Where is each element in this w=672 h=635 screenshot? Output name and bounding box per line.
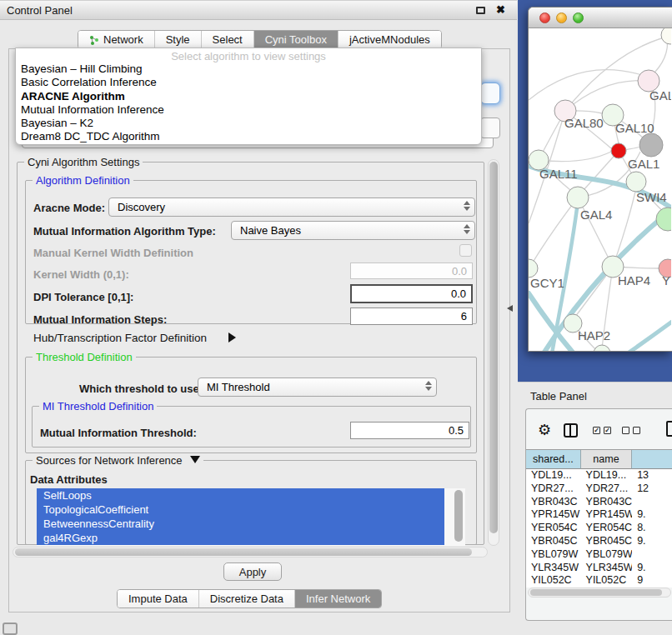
minimize-traffic-light-icon[interactable] [556, 12, 567, 23]
cyni-bottom-tabstrip: Impute DataDiscretize DataInfer Network [117, 589, 382, 608]
network-window-titlebar[interactable] [529, 8, 672, 28]
table-combo-fragment[interactable] [480, 118, 500, 138]
node-top[interactable] [661, 28, 671, 44]
bottom-tab-impute-data[interactable]: Impute Data [118, 590, 198, 608]
table-cell: YBL079W [526, 548, 581, 562]
tab-select[interactable]: Select [201, 31, 253, 48]
which-threshold-value: MI Threshold [207, 381, 270, 393]
apply-button[interactable]: Apply [223, 562, 282, 581]
column-header[interactable]: shared... [526, 450, 581, 469]
node-label: GAL11 [539, 167, 578, 181]
columns-icon[interactable] [564, 423, 578, 438]
settings-horizontal-scrollbar[interactable] [13, 547, 488, 558]
tab-network[interactable]: Network [78, 31, 154, 48]
bottom-tab-discretize-data[interactable]: Discretize Data [198, 590, 294, 608]
algorithm-option[interactable]: ARACNE Algorithm [16, 90, 481, 103]
table-cell: YLR345W [526, 562, 581, 575]
mi-threshold-field[interactable]: 0.5 [350, 422, 469, 439]
attribute-list-item[interactable]: TopologicalCoefficient [37, 502, 444, 517]
network-canvas[interactable]: GALGAL80GAL10GAL1GAL11SWI4GAL4GCY1HAP4YH… [529, 28, 671, 351]
table-row[interactable]: YPR145WYPR145W9. [526, 508, 672, 522]
checked-box-icon[interactable]: ✓ [593, 427, 600, 434]
checked-box-icon[interactable]: ✓ [604, 427, 611, 434]
node-gray[interactable] [639, 133, 663, 157]
network-edge-thick[interactable] [625, 322, 671, 351]
table-row[interactable]: YBR043CYBR043C [526, 496, 672, 509]
node-label: GAL [649, 88, 671, 102]
table-row[interactable]: YDR27...YDR27...12 [526, 482, 672, 496]
table-cell: YIL052C [526, 574, 581, 588]
table-cell: YBR043C [526, 496, 581, 509]
table-body: YDL19...YDL19...13YDR27...YDR27...12YBR0… [526, 469, 672, 588]
table-row[interactable]: YER054CYER054C8. [526, 522, 672, 535]
aracne-mode-combo[interactable]: Discovery [108, 198, 475, 217]
algorithm-dropdown-popup: Select algorithm to view settings Bayesi… [15, 48, 482, 145]
hub-expand-arrow-icon[interactable] [228, 332, 236, 342]
control-panel-titlebar: Control Panel ✖ [0, 0, 517, 20]
table-cell: YDL19... [581, 469, 633, 482]
table-cell: YIL052C [581, 574, 633, 588]
algorithm-option[interactable]: Bayesian – Hill Climbing [16, 62, 481, 76]
table-cell: 12 [632, 482, 672, 496]
bottom-tab-infer-network[interactable]: Infer Network [294, 590, 381, 608]
which-threshold-combo[interactable]: MI Threshold [198, 378, 437, 397]
tab-style[interactable]: Style [154, 31, 201, 48]
unchecked-box-icon[interactable] [633, 427, 640, 434]
mi-steps-field[interactable]: 6 [350, 308, 473, 325]
table-row[interactable]: YDL19...YDL19...13 [526, 469, 672, 482]
mi-algorithm-type-combo[interactable]: Naive Bayes [231, 221, 475, 240]
tab-jactivemnodules[interactable]: jActiveMNodules [338, 31, 441, 48]
bottom-tab-label: Discretize Data [210, 592, 283, 605]
close-traffic-light-icon[interactable] [539, 12, 550, 23]
hub-definition-label[interactable]: Hub/Transcription Factor Definition [33, 332, 207, 344]
table-horizontal-scrollbar[interactable] [528, 588, 671, 598]
algorithm-option[interactable]: Bayesian – K2 [16, 117, 481, 130]
zoom-traffic-light-icon[interactable] [573, 12, 584, 23]
table-cell [632, 496, 672, 509]
table-row[interactable]: YBL079WYBL079W [526, 548, 672, 562]
mi-algorithm-type-label: Mutual Information Algorithm Type: [33, 225, 216, 238]
sources-collapse-arrow-icon[interactable] [190, 456, 200, 463]
settings-vertical-scrollbar[interactable] [488, 159, 499, 546]
mi-steps-label: Mutual Information Steps: [33, 313, 167, 326]
data-attributes-list[interactable]: SelfLoopsTopologicalCoefficientBetweenne… [37, 488, 465, 546]
node-gal1[interactable] [611, 143, 626, 158]
bottom-tab-label: Impute Data [128, 592, 188, 605]
dpi-tolerance-field[interactable]: 0.0 [350, 284, 473, 303]
algorithm-option[interactable]: Basic Correlation Inference [16, 76, 481, 89]
table-row[interactable]: YBR045CYBR045C9. [526, 535, 672, 548]
column-header[interactable]: name [581, 450, 633, 469]
table-row[interactable]: YIL052CYIL052C9 [526, 574, 672, 588]
node-label: SWI4 [636, 190, 667, 204]
node-gcy1[interactable] [529, 259, 538, 278]
node-bottom[interactable] [594, 345, 610, 351]
document-icon[interactable] [666, 421, 672, 437]
attributes-list-scrollbar[interactable] [454, 490, 463, 542]
float-window-icon[interactable] [476, 7, 485, 14]
column-header[interactable] [632, 450, 672, 469]
node-green[interactable] [656, 208, 671, 231]
table-row[interactable]: YLR345WYLR345W9. [526, 562, 672, 575]
corner-widget-fragment[interactable] [3, 622, 18, 635]
node-swi4[interactable] [626, 172, 646, 192]
table-cell: 8. [632, 522, 672, 535]
attribute-list-item[interactable]: SelfLoops [37, 488, 444, 502]
node-gal4[interactable] [567, 187, 589, 208]
node-label: GAL80 [564, 116, 604, 130]
attribute-list-item[interactable]: BetweennessCentrality [37, 517, 444, 531]
attribute-list-item[interactable]: gal4RGexp [37, 531, 444, 545]
close-icon[interactable]: ✖ [496, 3, 505, 16]
kernel-width-field[interactable]: 0.0 [350, 262, 473, 279]
inference-algorithm-combo-fragment[interactable] [480, 82, 500, 104]
combo-stepper-icon [425, 381, 432, 391]
algorithm-option[interactable]: Mutual Information Inference [16, 103, 481, 117]
tab-label: jActiveMNodules [349, 33, 430, 46]
manual-kernel-width-checkbox[interactable] [459, 244, 472, 257]
tab-cyni-toolbox[interactable]: Cyni Toolbox [253, 31, 338, 48]
network-edge[interactable] [529, 70, 647, 100]
gear-icon[interactable]: ⚙ [538, 422, 551, 438]
algorithm-option[interactable]: Dream8 DC_TDC Algorithm [16, 130, 481, 143]
algorithm-popup-prompt: Select algorithm to view settings [16, 50, 481, 62]
network-edge[interactable] [539, 152, 611, 162]
unchecked-box-icon[interactable] [622, 427, 629, 434]
